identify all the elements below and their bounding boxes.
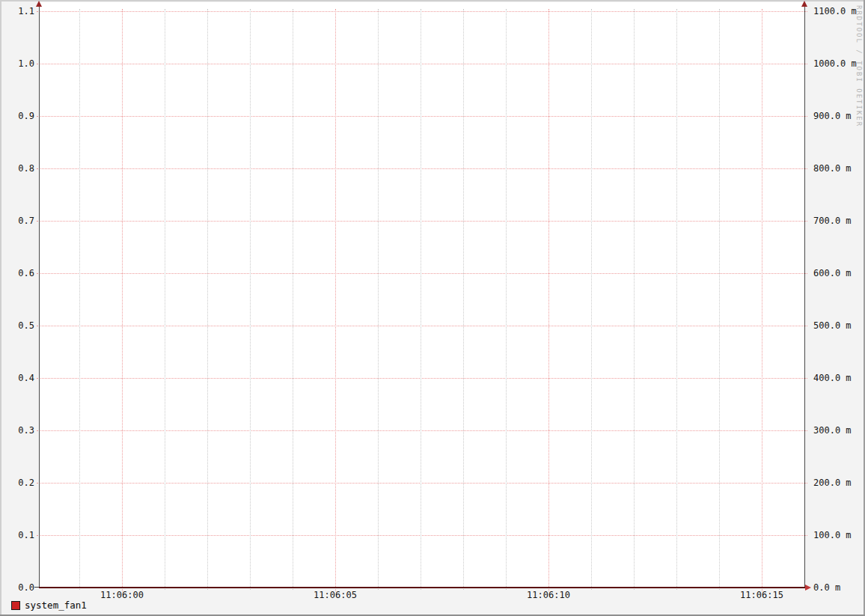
gridline-vertical-minor bbox=[634, 9, 635, 590]
y-axis-label-left: 0.4 bbox=[0, 373, 34, 383]
legend-label: system_fan1 bbox=[25, 600, 87, 611]
gridline-vertical-major bbox=[762, 9, 762, 591]
gridline-horizontal-major bbox=[37, 221, 807, 222]
gridline-vertical-minor bbox=[591, 9, 592, 590]
legend-swatch-system_fan1 bbox=[11, 601, 20, 610]
right-axis-arrow-icon bbox=[801, 1, 807, 7]
gridline-vertical-minor bbox=[676, 9, 677, 590]
x-axis-label: 11:06:05 bbox=[302, 590, 369, 600]
gridline-vertical-major bbox=[548, 9, 549, 591]
y-axis-label-right: 700.0 m bbox=[813, 216, 865, 226]
x-axis-label: 11:06:10 bbox=[515, 590, 582, 600]
gridline-horizontal-major bbox=[37, 11, 807, 12]
right-y-axis bbox=[804, 4, 805, 588]
y-axis-label-left: 0.9 bbox=[0, 111, 34, 121]
gridline-vertical-minor bbox=[79, 9, 80, 590]
plot-area bbox=[39, 2, 804, 588]
y-axis-label-left: 0.6 bbox=[0, 268, 34, 278]
y-axis-label-right: 200.0 m bbox=[813, 478, 865, 488]
left-axis-arrow-icon bbox=[36, 1, 42, 7]
y-axis-label-left: 1.0 bbox=[0, 58, 34, 69]
gridline-horizontal-major bbox=[37, 535, 807, 536]
gridline-vertical-minor bbox=[463, 9, 464, 590]
x-axis-label: 11:06:00 bbox=[88, 590, 156, 600]
y-axis-label-right: 500.0 m bbox=[813, 320, 865, 331]
x-axis-label: 11:06:15 bbox=[728, 590, 795, 600]
image-border-left bbox=[0, 0, 1, 616]
rrdtool-watermark: RRDTOOL / TOBI OETIKER bbox=[855, 5, 863, 127]
y-axis-label-right: 800.0 m bbox=[813, 163, 865, 174]
y-axis-label-right: 100.0 m bbox=[813, 530, 865, 540]
x-axis-arrow-icon bbox=[805, 585, 811, 591]
gridline-horizontal-major bbox=[37, 273, 807, 274]
gridline-vertical-minor bbox=[506, 9, 507, 590]
y-axis-label-left: 1.1 bbox=[0, 6, 34, 16]
y-axis-label-left: 0.3 bbox=[0, 425, 34, 436]
y-axis-label-right: 0.0 m bbox=[813, 582, 865, 593]
gridline-horizontal-major bbox=[37, 168, 807, 169]
y-axis-label-right: 300.0 m bbox=[813, 425, 865, 436]
y-axis-label-right: 400.0 m bbox=[813, 373, 865, 383]
y-axis-label-left: 0.2 bbox=[0, 478, 34, 488]
gridline-horizontal-major bbox=[37, 378, 807, 379]
series-line-system_fan1 bbox=[39, 587, 809, 588]
gridline-vertical-minor bbox=[250, 9, 251, 590]
gridline-vertical-minor bbox=[165, 9, 165, 590]
gridline-horizontal-major bbox=[37, 430, 807, 431]
left-y-axis bbox=[39, 4, 40, 588]
gridline-horizontal-major bbox=[37, 116, 807, 117]
rrdtool-graph: 1.11100.0 m1.01000.0 m0.9900.0 m0.8800.0… bbox=[0, 0, 865, 616]
y-axis-label-left: 0.7 bbox=[0, 216, 34, 226]
gridline-vertical-minor bbox=[421, 9, 421, 590]
y-axis-label-left: 0.0 bbox=[0, 582, 34, 593]
gridline-horizontal-major bbox=[37, 64, 807, 64]
zero-tick bbox=[34, 587, 39, 588]
gridline-vertical-minor bbox=[207, 9, 208, 590]
y-axis-label-right: 600.0 m bbox=[813, 268, 865, 278]
y-axis-label-left: 0.8 bbox=[0, 163, 34, 174]
gridline-vertical-minor bbox=[378, 9, 379, 590]
gridline-vertical-minor bbox=[719, 9, 720, 590]
gridline-vertical-major bbox=[335, 9, 336, 591]
gridline-vertical-major bbox=[122, 9, 123, 591]
y-axis-label-left: 0.1 bbox=[0, 530, 34, 540]
gridline-horizontal-major bbox=[37, 326, 807, 326]
gridline-vertical-minor bbox=[293, 9, 293, 590]
gridline-horizontal-major bbox=[37, 483, 807, 484]
image-border-top bbox=[0, 0, 865, 1]
y-axis-label-left: 0.5 bbox=[0, 320, 34, 331]
